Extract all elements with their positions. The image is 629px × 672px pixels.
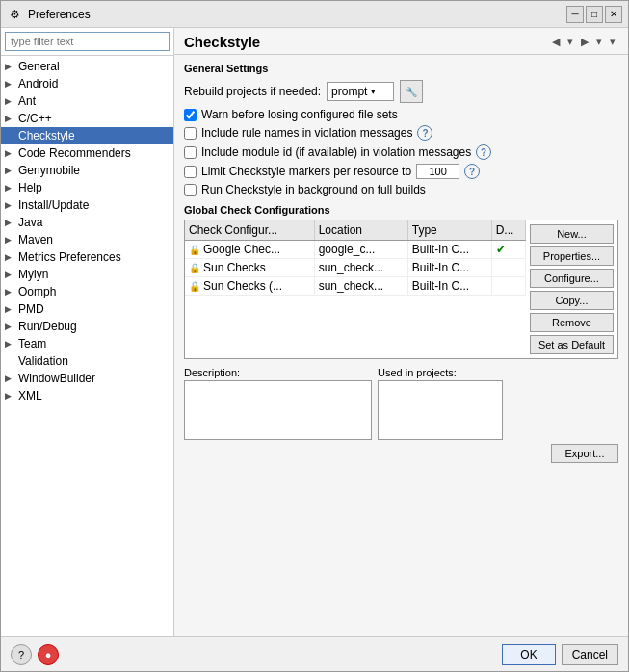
include-module-help-icon[interactable]: ? (476, 144, 491, 160)
sidebar-item-maven[interactable]: ▶Maven (1, 231, 173, 248)
tree-arrow-icon: ▶ (5, 270, 18, 279)
sidebar-item-cpp[interactable]: ▶C/C++ (1, 110, 173, 127)
sidebar-item-install-update[interactable]: ▶Install/Update (1, 196, 173, 214)
description-label: Description: (184, 367, 372, 378)
limit-input[interactable]: 100 (416, 164, 459, 179)
rebuild-image-button[interactable]: 🔧 (400, 80, 423, 103)
tree-arrow-icon: ▶ (5, 287, 18, 297)
cell-type: Built-In C... (407, 259, 491, 277)
cell-location: sun_check... (314, 277, 407, 296)
export-button[interactable]: Export... (551, 444, 618, 463)
sidebar-item-windowbuilder[interactable]: ▶WindowBuilder (1, 370, 173, 387)
tree-arrow-icon: ▶ (5, 114, 18, 123)
rebuild-label: Rebuild projects if needed: (184, 85, 321, 98)
cell-default: ✔ (491, 241, 525, 259)
nav-forward-button[interactable]: ▶ (578, 34, 591, 50)
sidebar-item-genymobile[interactable]: ▶Genymobile (1, 162, 173, 179)
lock-icon: 🔒 (189, 281, 200, 292)
sidebar-item-general[interactable]: ▶General (1, 58, 173, 75)
cell-default (491, 277, 525, 296)
col-header-location: Location (314, 220, 407, 241)
window-controls: ─ □ ✕ (566, 6, 622, 23)
desc-section: Description: Used in projects: (184, 367, 618, 440)
tree: ▶General▶Android▶Ant▶C/C++ Checkstyle▶Co… (1, 56, 173, 636)
copy-button[interactable]: Copy... (530, 291, 614, 310)
tree-arrow-icon: ▶ (5, 304, 18, 314)
include-rule-checkbox[interactable] (184, 127, 197, 140)
sidebar-item-metrics-preferences[interactable]: ▶Metrics Preferences (1, 248, 173, 266)
run-background-checkbox[interactable] (184, 184, 197, 196)
sidebar-item-validation[interactable]: Validation (1, 352, 173, 370)
nav-dropdown-button[interactable]: ▾ (564, 34, 576, 50)
sidebar-item-java[interactable]: ▶Java (1, 214, 173, 231)
sidebar-item-pmd[interactable]: ▶PMD (1, 300, 173, 318)
tree-arrow-icon: ▶ (5, 374, 18, 383)
sidebar-item-android[interactable]: ▶Android (1, 75, 173, 92)
record-button[interactable]: ● (38, 644, 59, 665)
limit-checkbox[interactable] (184, 166, 197, 178)
configure-button[interactable]: Configure... (530, 269, 614, 288)
include-module-label: Include module id (if available) in viol… (201, 145, 471, 159)
help-button[interactable]: ? (11, 644, 32, 665)
used-in-projects-textarea[interactable] (378, 380, 503, 440)
cell-default (491, 259, 525, 277)
sidebar-item-code-recommenders[interactable]: ▶Code Recommenders (1, 144, 173, 162)
tree-arrow-icon: ▶ (5, 96, 18, 106)
table-row[interactable]: 🔒Sun Checks sun_check... Built-In C... (185, 259, 525, 277)
tree-arrow-icon: ▶ (5, 339, 18, 349)
nav-menu-button[interactable]: ▾ (607, 34, 618, 50)
col-header-name: Check Configur... (185, 220, 314, 241)
cell-name: 🔒Google Chec... (185, 241, 314, 259)
ok-button[interactable]: OK (502, 644, 555, 665)
table-row[interactable]: 🔒Google Chec... google_c... Built-In C..… (185, 241, 525, 259)
cell-name: 🔒Sun Checks (... (185, 277, 314, 296)
config-buttons: New... Properties... Configure... Copy..… (526, 220, 617, 358)
tree-arrow-icon: ▶ (5, 218, 18, 227)
bottom-left: ? ● (11, 644, 59, 665)
limit-label: Limit Checkstyle markers per resource to (201, 165, 411, 178)
nav-back-button[interactable]: ◀ (549, 34, 563, 50)
properties-button[interactable]: Properties... (530, 246, 614, 266)
minimize-button[interactable]: ─ (566, 6, 584, 23)
sidebar-item-team[interactable]: ▶Team (1, 335, 173, 352)
export-row: Export... (184, 444, 618, 463)
warn-checkbox[interactable] (184, 109, 197, 121)
sidebar-item-xml[interactable]: ▶XML (1, 387, 173, 404)
description-textarea[interactable] (184, 380, 372, 440)
maximize-button[interactable]: □ (586, 6, 603, 23)
filter-box (1, 28, 173, 56)
nav-forward-dropdown-button[interactable]: ▾ (593, 34, 605, 50)
run-background-checkbox-row: Run Checkstyle in background on full bui… (184, 183, 618, 196)
new-button[interactable]: New... (530, 224, 614, 244)
sidebar-item-help[interactable]: ▶Help (1, 179, 173, 196)
cell-location: google_c... (314, 241, 407, 259)
lock-icon: 🔒 (189, 245, 200, 255)
tree-arrow-icon: ▶ (5, 62, 18, 71)
sidebar-item-oomph[interactable]: ▶Oomph (1, 283, 173, 300)
warn-checkbox-row: Warn before losing configured file sets (184, 108, 618, 121)
remove-button[interactable]: Remove (530, 313, 614, 332)
tree-arrow-icon: ▶ (5, 79, 18, 89)
bottom-right: OK Cancel (502, 644, 618, 665)
content-area: ▶General▶Android▶Ant▶C/C++ Checkstyle▶Co… (1, 28, 628, 636)
rebuild-dropdown[interactable]: prompt ▾ (327, 82, 394, 101)
sidebar-item-run-debug[interactable]: ▶Run/Debug (1, 318, 173, 335)
used-in-projects-label: Used in projects: (378, 367, 503, 378)
filter-input[interactable] (5, 32, 170, 51)
close-button[interactable]: ✕ (605, 6, 622, 23)
lock-icon: 🔒 (189, 263, 200, 273)
sidebar-item-checkstyle[interactable]: Checkstyle (1, 127, 173, 144)
set-default-button[interactable]: Set as Default (530, 335, 614, 354)
include-rule-help-icon[interactable]: ? (417, 125, 432, 141)
cancel-button[interactable]: Cancel (562, 644, 618, 665)
table-row[interactable]: 🔒Sun Checks (... sun_check... Built-In C… (185, 277, 525, 296)
limit-help-icon[interactable]: ? (464, 164, 480, 179)
page-title: Checkstyle (184, 34, 260, 50)
title-bar: ⚙ Preferences ─ □ ✕ (1, 1, 628, 28)
preferences-window: ⚙ Preferences ─ □ ✕ ▶General▶Android▶Ant… (0, 0, 629, 672)
tree-arrow-icon: ▶ (5, 183, 18, 193)
check-icon: ✔ (496, 243, 506, 256)
sidebar-item-ant[interactable]: ▶Ant (1, 92, 173, 110)
include-module-checkbox[interactable] (184, 146, 197, 159)
sidebar-item-mylyn[interactable]: ▶Mylyn (1, 266, 173, 283)
